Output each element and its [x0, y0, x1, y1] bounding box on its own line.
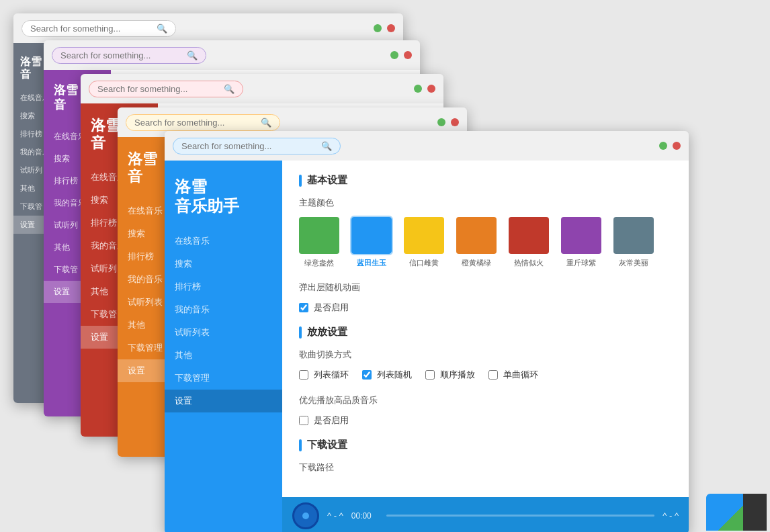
sidebar-blue: 洛雪音乐助手 在线音乐 搜索 排行榜 我的音乐 试听列表 其他 下载管理 设置	[165, 161, 282, 532]
theme-yellow[interactable]: 信口雌黄	[404, 217, 444, 268]
playback-options-container: 列表循环 列表随机 顺序播放 单曲循环	[299, 369, 672, 386]
theme-blue[interactable]: 蓝田生玉	[351, 217, 392, 268]
popup-anim-text: 是否启用	[314, 302, 349, 314]
theme-red[interactable]: 热情似火	[509, 217, 549, 268]
swatch-green[interactable]	[299, 217, 339, 254]
section-bar-download	[299, 439, 302, 451]
list-loop-label: 列表循环	[314, 369, 349, 381]
logo-blue: 洛雪音乐助手	[165, 167, 282, 230]
window-controls-red	[414, 85, 435, 93]
window-controls-orange	[437, 118, 459, 126]
section-bar-basic	[299, 175, 302, 187]
sequential-label: 顺序播放	[440, 369, 475, 381]
player-controls-left: ^ - ^	[327, 511, 343, 521]
theme-purple[interactable]: 重斤球紫	[561, 217, 601, 268]
titlebar-blue: 🔍	[165, 131, 689, 161]
dot-green-gray	[374, 24, 382, 32]
search-icon-orange: 🔍	[261, 118, 271, 128]
song-switch-label: 歌曲切换方式	[299, 349, 672, 361]
search-bar-purple[interactable]: 🔍	[52, 47, 206, 64]
nav-other-blue[interactable]: 其他	[165, 344, 282, 367]
sequential-checkbox[interactable]	[425, 370, 435, 380]
swatch-gray-label: 灰常美丽	[619, 258, 648, 268]
window-controls-gray	[374, 24, 395, 32]
search-icon-gray: 🔍	[157, 24, 167, 34]
swatch-yellow-label: 信口雌黄	[409, 258, 439, 268]
playback-list-loop: 列表循环	[299, 369, 349, 381]
swatch-red[interactable]	[509, 217, 549, 254]
search-input-red[interactable]	[97, 84, 221, 94]
player-time: 00:00	[351, 511, 378, 521]
popup-anim-label: 弹出层随机动画	[299, 281, 672, 294]
search-input-blue[interactable]	[181, 141, 318, 151]
swatch-yellow[interactable]	[404, 217, 444, 254]
swatch-purple-label: 重斤球紫	[566, 258, 596, 268]
dot-green-red	[414, 85, 422, 93]
hq-row: 是否启用	[299, 414, 672, 427]
download-settings-header: 下载设置	[299, 439, 672, 451]
nav-download-blue[interactable]: 下载管理	[165, 367, 282, 390]
swatch-blue[interactable]	[351, 217, 392, 254]
player-progress[interactable]	[386, 515, 654, 517]
list-loop-checkbox[interactable]	[299, 370, 308, 380]
search-icon-blue: 🔍	[321, 141, 332, 151]
swatch-orange[interactable]	[456, 217, 497, 254]
playback-list-random: 列表随机	[362, 369, 412, 381]
search-input-gray[interactable]	[30, 24, 154, 34]
search-bar-orange[interactable]: 🔍	[126, 114, 280, 131]
search-icon-red: 🔍	[224, 84, 234, 94]
dot-red-gray	[387, 24, 395, 32]
section-bar-playback	[299, 326, 302, 339]
list-random-label: 列表随机	[377, 369, 412, 381]
playback-settings-title: 放放设置	[307, 326, 347, 339]
playback-sequential: 顺序播放	[425, 369, 475, 381]
swatch-purple[interactable]	[561, 217, 601, 254]
basic-settings-header: 基本设置	[299, 174, 672, 187]
swatch-green-label: 绿意盎然	[304, 258, 334, 268]
hq-label: 优先播放高品质音乐	[299, 394, 672, 406]
window-controls-purple	[390, 51, 412, 59]
single-loop-checkbox[interactable]	[488, 370, 498, 380]
nav-mymusic-blue[interactable]: 我的音乐	[165, 298, 282, 321]
search-input-orange[interactable]	[134, 118, 258, 128]
nav-charts-blue[interactable]: 排行榜	[165, 275, 282, 298]
list-random-checkbox[interactable]	[362, 370, 372, 380]
titlebar-red: 🔍	[81, 74, 443, 103]
dot-red-purple	[404, 51, 412, 59]
hq-text: 是否启用	[314, 414, 349, 427]
search-bar-red[interactable]: 🔍	[89, 81, 243, 97]
nav-search-blue[interactable]: 搜索	[165, 253, 282, 275]
single-loop-label: 单曲循环	[503, 369, 538, 381]
window-body-blue: 洛雪音乐助手 在线音乐 搜索 排行榜 我的音乐 试听列表 其他 下载管理 设置 …	[165, 161, 689, 532]
window-blue[interactable]: 🔍 洛雪音乐助手 在线音乐 搜索 排行榜 我的音乐 试听列表 其他 下载管理 设…	[165, 131, 689, 532]
theme-gray[interactable]: 灰常美丽	[613, 217, 654, 268]
swatch-gray[interactable]	[613, 217, 654, 254]
dot-green-purple	[390, 51, 398, 59]
window-controls-blue	[659, 142, 681, 150]
popup-anim-checkbox[interactable]	[299, 303, 308, 312]
dot-red-blue	[673, 142, 681, 150]
theme-colors-container: 绿意盎然 蓝田生玉 信口雌黄 橙黄橘绿	[299, 217, 672, 268]
nav-trial-blue[interactable]: 试听列表	[165, 321, 282, 344]
theme-green[interactable]: 绿意盎然	[299, 217, 339, 268]
theme-orange[interactable]: 橙黄橘绿	[456, 217, 497, 268]
swatch-orange-label: 橙黄橘绿	[462, 258, 491, 268]
nav-settings-blue[interactable]: 设置	[165, 390, 282, 412]
search-bar-gray[interactable]: 🔍	[22, 20, 176, 37]
search-input-purple[interactable]	[60, 50, 184, 60]
basic-settings-title: 基本设置	[307, 174, 347, 187]
player-controls-right: ^ - ^	[662, 511, 679, 521]
dot-red-red	[427, 85, 435, 93]
nav-online-blue[interactable]: 在线音乐	[165, 230, 282, 253]
dot-green-orange	[437, 118, 445, 126]
hq-checkbox[interactable]	[299, 416, 308, 425]
playback-settings-header: 放放设置	[299, 326, 672, 339]
search-bar-blue[interactable]: 🔍	[173, 138, 341, 154]
popup-anim-row: 是否启用	[299, 302, 672, 314]
dot-red-orange	[451, 118, 459, 126]
settings-main: 基本设置 主题颜色 绿意盎然 蓝田生玉 信口雌黄	[282, 161, 689, 497]
search-icon-purple: 🔍	[187, 50, 198, 60]
logo-shape	[706, 494, 767, 531]
swatch-red-label: 热情似火	[514, 258, 544, 268]
corner-logo	[703, 492, 770, 532]
